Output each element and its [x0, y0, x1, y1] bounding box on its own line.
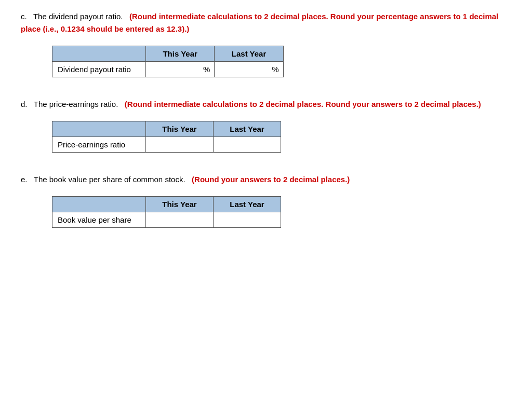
input-dividend-last-year[interactable]	[219, 64, 271, 75]
col-header-this-year-c: This Year	[146, 46, 215, 62]
col-header-last-year-d: Last Year	[214, 121, 281, 137]
input-pe-last-year[interactable]	[218, 139, 270, 150]
row-label-pe: Price-earnings ratio	[52, 137, 146, 153]
table-row: Price-earnings ratio	[52, 137, 281, 153]
table-row: Dividend payout ratio % %	[52, 62, 284, 77]
section-e-table: This Year Last Year Book value per share	[52, 196, 281, 228]
cell-pe-this-year	[146, 137, 214, 153]
section-d-text-bold: (Round intermediate calculations to 2 de…	[125, 100, 481, 108]
row-label-bvps: Book value per share	[52, 212, 146, 228]
section-d-text-normal: The price-earnings ratio.	[34, 100, 118, 108]
section-d-heading: d. The price-earnings ratio. (Round inte…	[21, 98, 511, 111]
cell-bvps-this-year	[146, 212, 214, 228]
section-e: e. The book value per share of common st…	[21, 173, 511, 228]
section-d-table: This Year Last Year Price-earnings ratio	[52, 121, 281, 153]
input-bvps-this-year[interactable]	[150, 214, 202, 225]
section-e-heading: e. The book value per share of common st…	[21, 173, 511, 186]
col-header-this-year-d: This Year	[146, 121, 214, 137]
percent-symbol-this-year-c: %	[203, 65, 210, 74]
cell-dividend-last-year: %	[215, 62, 283, 77]
section-d: d. The price-earnings ratio. (Round inte…	[21, 98, 511, 153]
section-c-table: This Year Last Year Dividend payout rati…	[52, 46, 284, 77]
table-row: Book value per share	[52, 212, 281, 228]
col-header-last-year-e: Last Year	[214, 197, 281, 212]
col-header-last-year-c: Last Year	[215, 46, 283, 62]
col-header-empty-c	[52, 46, 146, 62]
section-e-text-normal: The book value per share of common stock…	[34, 175, 185, 184]
section-e-text-bold: (Round your answers to 2 decimal places.…	[192, 175, 350, 184]
section-d-label: d.	[21, 100, 28, 108]
row-label-dividend: Dividend payout ratio	[52, 62, 146, 77]
input-dividend-this-year[interactable]	[150, 64, 202, 75]
section-e-label: e.	[21, 175, 28, 184]
percent-symbol-last-year-c: %	[272, 65, 278, 74]
col-header-empty-e	[52, 197, 146, 212]
section-c-text-normal: The dividend payout ratio.	[33, 12, 123, 21]
col-header-empty-d	[52, 121, 146, 137]
col-header-this-year-e: This Year	[146, 197, 214, 212]
input-pe-this-year[interactable]	[150, 139, 202, 150]
section-c-heading: c. The dividend payout ratio. (Round int…	[21, 10, 511, 35]
cell-bvps-last-year	[214, 212, 281, 228]
section-c: c. The dividend payout ratio. (Round int…	[21, 10, 511, 77]
cell-pe-last-year	[214, 137, 281, 153]
input-bvps-last-year[interactable]	[218, 214, 270, 225]
cell-dividend-this-year: %	[146, 62, 215, 77]
section-c-label: c.	[21, 12, 27, 21]
